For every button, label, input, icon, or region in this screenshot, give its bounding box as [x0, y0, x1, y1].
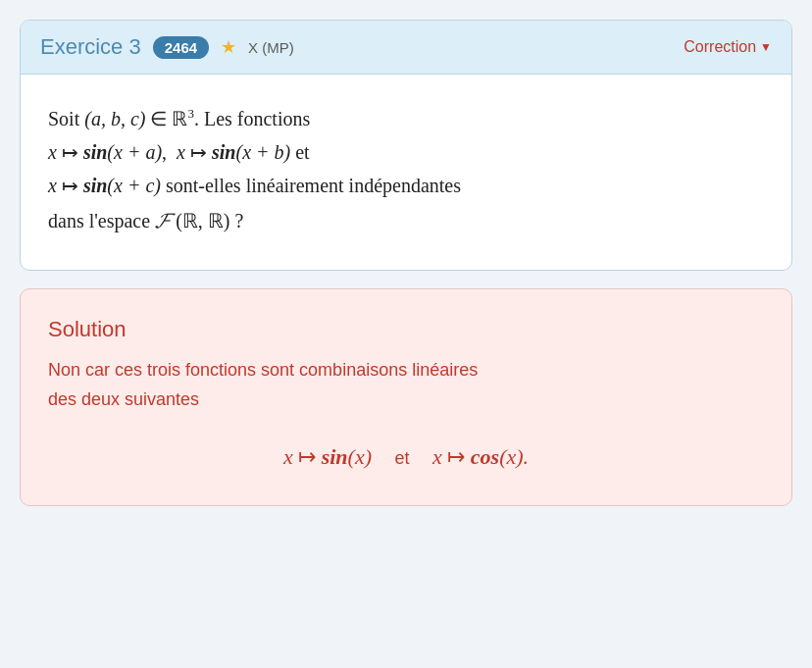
solution-text: Non car ces trois fonctions sont combina…: [48, 356, 764, 414]
solution-title: Solution: [48, 317, 764, 342]
correction-label: Correction: [684, 38, 756, 56]
exercise-badge: 2464: [153, 36, 209, 59]
solution-math-func1: x ↦ sin(x): [283, 444, 378, 469]
exercise-title: Exercice 3: [40, 34, 141, 60]
exercise-card: Exercice 3 2464 ★ X (MP) Correction ▼ So…: [20, 20, 792, 271]
exercise-level: X (MP): [248, 39, 294, 56]
solution-text-line1: Non car ces trois fonctions sont combina…: [48, 360, 478, 380]
solution-math-func2: x ↦ cos(x).: [432, 444, 529, 469]
page-container: Exercice 3 2464 ★ X (MP) Correction ▼ So…: [20, 20, 792, 506]
exercise-line3: x ↦ sin(x + c) sont-elles linéairement i…: [48, 169, 764, 202]
exercise-line4: dans l'espace 𝓕 (ℝ, ℝ) ?: [48, 202, 764, 238]
solution-card: Solution Non car ces trois fonctions son…: [20, 288, 792, 505]
exercise-header: Exercice 3 2464 ★ X (MP) Correction ▼: [21, 21, 791, 75]
chevron-down-icon: ▼: [760, 40, 772, 54]
exercise-line1: Soit (a, b, c) ∈ ℝ3. Les fonctions: [48, 102, 764, 135]
exercise-body: Soit (a, b, c) ∈ ℝ3. Les fonctions x ↦ s…: [21, 75, 791, 270]
exercise-line2: x ↦ sin(x + a), x ↦ sin(x + b) et: [48, 135, 764, 169]
solution-text-line2: des deux suivantes: [48, 389, 199, 409]
star-icon: ★: [221, 36, 236, 58]
solution-math-et: et: [395, 448, 410, 468]
solution-math-line: x ↦ sin(x) et x ↦ cos(x).: [48, 444, 764, 470]
correction-button[interactable]: Correction ▼: [684, 38, 772, 56]
